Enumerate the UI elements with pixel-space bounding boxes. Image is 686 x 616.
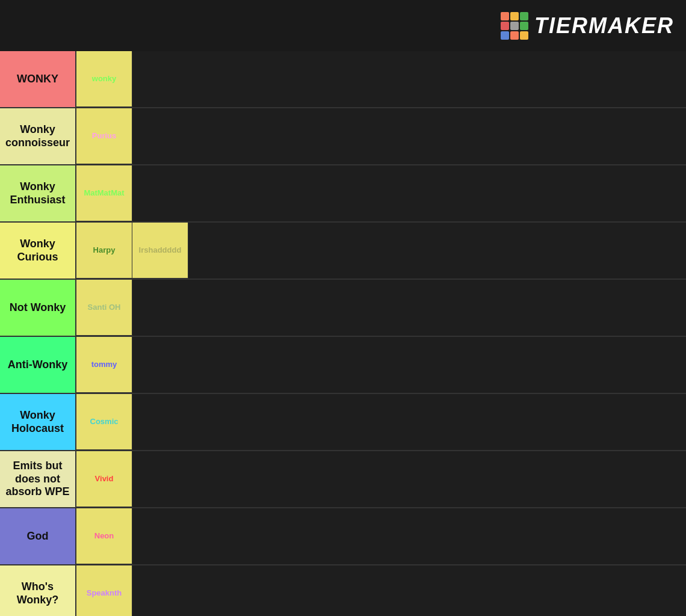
tier-items-not-wonky: Santi OH bbox=[75, 280, 686, 336]
tier-label-wonky-holocaust: Wonky Holocaust bbox=[0, 394, 75, 450]
tier-items-anti-wonky: tommy bbox=[75, 337, 686, 393]
tier-list: WONKYwonkyWonky connoisseurPuriusWonky E… bbox=[0, 51, 686, 616]
tier-row-wonky-curious: Wonky CuriousHarpyIrshaddddd bbox=[0, 223, 686, 280]
tier-label-wonky: WONKY bbox=[0, 51, 75, 107]
tier-items-god: Neon bbox=[75, 508, 686, 564]
tier-label-not-wonky: Not Wonky bbox=[0, 280, 75, 336]
tier-label-anti-wonky: Anti-Wonky bbox=[0, 337, 75, 393]
tier-label-wonky-connoisseur: Wonky connoisseur bbox=[0, 108, 75, 164]
tier-row-wonky-connoisseur: Wonky connoisseurPurius bbox=[0, 108, 686, 165]
tier-item-harpy[interactable]: Harpy bbox=[76, 223, 132, 279]
tier-item-purius[interactable]: Purius bbox=[76, 108, 132, 164]
tier-label-emits-wpe: Emits but does not absorb WPE bbox=[0, 451, 75, 507]
tier-row-not-wonky: Not WonkySanti OH bbox=[0, 280, 686, 337]
tier-item-irshaddddd[interactable]: Irshaddddd bbox=[132, 223, 188, 279]
tier-label-wonky-enthusiast: Wonky Enthusiast bbox=[0, 165, 75, 221]
tier-item-vivid[interactable]: Vivid bbox=[76, 451, 132, 507]
tier-label-whos-wonky: Who's Wonky? bbox=[0, 565, 75, 616]
logo: TiERMAKER bbox=[501, 12, 674, 40]
tier-item-neon[interactable]: Neon bbox=[76, 508, 132, 564]
tier-item-speaknth[interactable]: Speaknth bbox=[76, 565, 132, 616]
tier-items-wonky: wonky bbox=[75, 51, 686, 107]
tier-item-matmatmat[interactable]: MatMatMat bbox=[76, 165, 132, 221]
tier-row-wonky-enthusiast: Wonky EnthusiastMatMatMat bbox=[0, 165, 686, 223]
tier-row-emits-wpe: Emits but does not absorb WPEVivid bbox=[0, 451, 686, 508]
tier-item-wonky[interactable]: wonky bbox=[76, 51, 132, 107]
tier-items-emits-wpe: Vivid bbox=[75, 451, 686, 507]
header: TiERMAKER bbox=[0, 0, 686, 51]
tier-items-wonky-curious: HarpyIrshaddddd bbox=[75, 223, 686, 279]
tier-items-whos-wonky: Speaknth bbox=[75, 565, 686, 616]
tier-row-god: GodNeon bbox=[0, 508, 686, 565]
tier-item-santi oh[interactable]: Santi OH bbox=[76, 280, 132, 336]
tier-item-tommy[interactable]: tommy bbox=[76, 337, 132, 393]
tier-item-cosmic[interactable]: Cosmic bbox=[76, 394, 132, 450]
tier-label-god: God bbox=[0, 508, 75, 564]
tier-items-wonky-holocaust: Cosmic bbox=[75, 394, 686, 450]
tier-row-whos-wonky: Who's Wonky?Speaknth bbox=[0, 565, 686, 616]
tier-items-wonky-connoisseur: Purius bbox=[75, 108, 686, 164]
tier-row-wonky-holocaust: Wonky HolocaustCosmic bbox=[0, 394, 686, 451]
logo-text: TiERMAKER bbox=[534, 13, 674, 38]
tier-row-wonky: WONKYwonky bbox=[0, 51, 686, 108]
tier-label-wonky-curious: Wonky Curious bbox=[0, 223, 75, 279]
tier-items-wonky-enthusiast: MatMatMat bbox=[75, 165, 686, 221]
tier-row-anti-wonky: Anti-Wonkytommy bbox=[0, 337, 686, 394]
logo-grid-icon bbox=[501, 12, 528, 40]
